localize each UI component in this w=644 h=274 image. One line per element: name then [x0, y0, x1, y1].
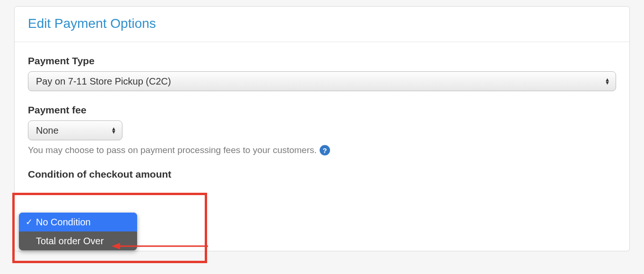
- dropdown-option-total-order-over[interactable]: Total order Over: [19, 231, 137, 250]
- payment-fee-select[interactable]: None ▲▼: [28, 120, 122, 140]
- payment-type-label: Payment Type: [28, 55, 616, 67]
- payment-fee-label: Payment fee: [28, 104, 616, 116]
- payment-fee-helper: You may choose to pass on payment proces…: [28, 145, 616, 155]
- payment-fee-value: None: [36, 125, 59, 136]
- checkout-condition-dropdown[interactable]: ✓ No Condition Total order Over: [19, 213, 137, 250]
- select-arrows-icon: ▲▼: [111, 127, 116, 134]
- select-arrows-icon: ▲▼: [605, 78, 610, 85]
- panel-heading: Edit Payment Options: [15, 7, 629, 42]
- payment-type-field: Payment Type Pay on 7-11 Store Pickup (C…: [28, 55, 616, 91]
- checkout-condition-label: Condition of checkout amount: [28, 169, 616, 180]
- payment-type-select[interactable]: Pay on 7-11 Store Pickup (C2C) ▲▼: [28, 71, 616, 91]
- dropdown-option-label: No Condition: [36, 217, 131, 228]
- dropdown-option-label: Total order Over: [36, 236, 131, 247]
- panel-title: Edit Payment Options: [28, 16, 616, 31]
- dropdown-option-no-condition[interactable]: ✓ No Condition: [19, 213, 137, 231]
- help-icon[interactable]: ?: [320, 145, 330, 155]
- payment-type-value: Pay on 7-11 Store Pickup (C2C): [36, 76, 171, 87]
- check-icon: ✓: [26, 217, 36, 227]
- payment-fee-helper-text: You may choose to pass on payment proces…: [28, 145, 317, 155]
- payment-fee-field: Payment fee None ▲▼ You may choose to pa…: [28, 104, 616, 155]
